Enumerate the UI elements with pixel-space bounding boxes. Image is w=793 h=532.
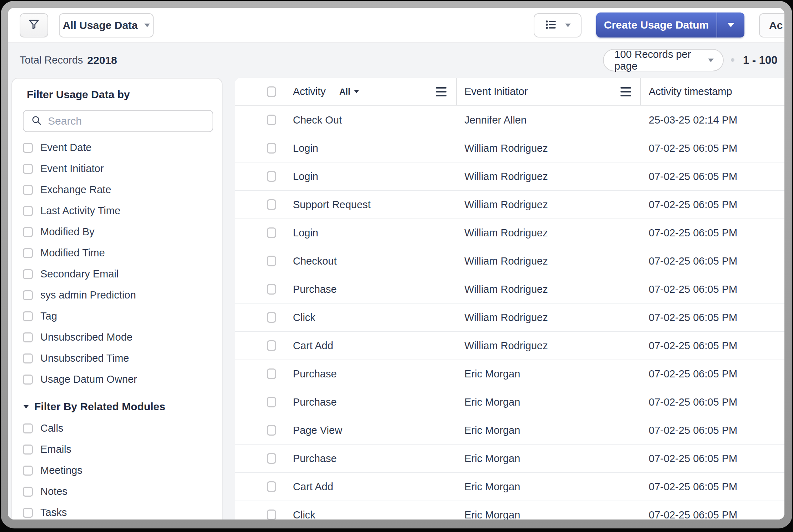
filter-checkbox-item[interactable]: Event Initiator [12,158,222,179]
table-row[interactable]: Purchase Eric Morgan 07-02-25 06:05 PM [235,445,784,473]
cell-timestamp: 07-02-25 06:05 PM [649,134,737,162]
filter-sidebar: Filter Usage Data by Event Date Event In… [11,78,223,520]
table-row[interactable]: Purchase William Rodriguez 07-02-25 06:0… [235,275,784,303]
table-row[interactable]: Purchase Eric Morgan 07-02-25 06:05 PM [235,360,784,388]
checkbox[interactable] [23,185,33,195]
checkbox[interactable] [23,466,33,476]
select-all-checkbox[interactable] [267,86,276,97]
collapse-triangle-icon [24,405,29,408]
checkbox[interactable] [23,508,33,518]
checkbox[interactable] [23,269,33,279]
filter-checkbox-item[interactable]: Meetings [12,460,222,481]
cell-timestamp: 07-02-25 06:05 PM [649,162,737,190]
checkbox[interactable] [23,487,33,497]
row-checkbox[interactable] [267,340,276,351]
checkbox[interactable] [23,164,33,174]
row-checkbox[interactable] [267,227,276,238]
cell-timestamp: 07-02-25 06:05 PM [649,388,737,416]
filter-checkbox-item[interactable]: Modified By [12,221,222,242]
row-checkbox[interactable] [267,143,276,154]
column-menu-icon[interactable] [436,87,447,96]
filter-checkbox-item[interactable]: Secondary Email [12,264,222,285]
table-row[interactable]: Cart Add William Rodriguez 07-02-25 06:0… [235,332,784,360]
sidebar-search [23,110,213,132]
activity-filter-dropdown[interactable]: All [339,78,359,105]
records-per-page-label: 100 Records per page [614,49,708,72]
column-header-activity[interactable]: Activity [293,78,326,105]
create-usage-datum-menu-button[interactable] [717,12,744,37]
checkbox[interactable] [23,290,33,300]
column-menu-icon[interactable] [620,87,631,96]
row-checkbox[interactable] [267,397,276,407]
table-row[interactable]: Support Request William Rodriguez 07-02-… [235,191,784,219]
row-checkbox[interactable] [267,115,276,125]
cell-timestamp: 07-02-25 06:05 PM [649,416,737,444]
cell-initiator: Eric Morgan [464,445,520,472]
table-body: Check Out Jennifer Allen 25-03-25 02:14 … [235,106,784,520]
create-usage-datum-split-button: Create Usage Datum [596,12,744,37]
checkbox[interactable] [23,248,33,258]
filter-checkbox-item[interactable]: Emails [12,439,222,460]
filter-checkbox-item[interactable]: Calls [12,418,222,439]
row-checkbox[interactable] [267,368,276,379]
table-row[interactable]: Login William Rodriguez 07-02-25 06:05 P… [235,134,784,162]
row-checkbox[interactable] [267,256,276,266]
table-row[interactable]: Login William Rodriguez 07-02-25 06:05 P… [235,219,784,247]
filter-checkbox-item[interactable]: Exchange Rate [12,179,222,200]
create-usage-datum-button[interactable]: Create Usage Datum [596,12,717,37]
filter-checkbox-item[interactable]: Unsubscribed Mode [12,327,222,348]
related-modules-header[interactable]: Filter By Related Modules [24,401,222,413]
checkbox[interactable] [23,423,33,433]
row-checkbox[interactable] [267,425,276,436]
filter-checkbox-item[interactable]: Event Date [12,137,222,158]
checkbox[interactable] [23,227,33,237]
checkbox[interactable] [23,353,33,363]
row-checkbox[interactable] [267,510,276,520]
table-row[interactable]: Click William Rodriguez 07-02-25 06:05 P… [235,303,784,332]
checkbox[interactable] [23,311,33,321]
view-style-button[interactable] [534,13,582,37]
row-checkbox[interactable] [267,312,276,323]
column-header-initiator[interactable]: Event Initiator [464,78,528,105]
filter-checkbox-item[interactable]: Last Activity Time [12,200,222,221]
filter-button[interactable] [20,13,48,37]
column-header-timestamp[interactable]: Activity timestamp [649,78,732,105]
checkbox[interactable] [23,206,33,216]
records-per-page-dropdown[interactable]: 100 Records per page [603,49,724,71]
checkbox[interactable] [23,445,33,455]
table-row[interactable]: Checkout William Rodriguez 07-02-25 06:0… [235,247,784,275]
chevron-down-icon [144,24,150,27]
row-checkbox[interactable] [267,284,276,295]
checkbox[interactable] [23,332,33,342]
row-checkbox[interactable] [267,481,276,492]
checkbox[interactable] [23,143,33,153]
checkbox[interactable] [23,375,33,385]
table-row[interactable]: Purchase Eric Morgan 07-02-25 06:05 PM [235,388,784,416]
cell-activity: Click [293,501,315,520]
filter-checkbox-item[interactable]: Modified Time [12,242,222,264]
table-row[interactable]: Page View Eric Morgan 07-02-25 06:05 PM [235,416,784,445]
filter-checkbox-item[interactable]: sys admin Prediction [12,285,222,306]
actions-button[interactable]: Ac [759,13,784,37]
row-checkbox[interactable] [267,453,276,464]
filter-checkbox-item[interactable]: Tasks [12,502,222,520]
filter-checkbox-item[interactable]: Tag [12,306,222,327]
row-checkbox[interactable] [267,171,276,182]
cell-initiator: William Rodriguez [464,134,548,162]
cell-initiator: Jennifer Allen [464,106,527,134]
filter-checkbox-item[interactable]: Usage Datum Owner [12,369,222,390]
table-row[interactable]: Check Out Jennifer Allen 25-03-25 02:14 … [235,106,784,134]
cell-activity: Purchase [293,360,337,388]
filter-label: Event Date [40,142,91,154]
cell-activity: Check Out [293,106,342,134]
row-checkbox[interactable] [267,199,276,210]
cell-initiator: Eric Morgan [464,501,520,520]
filter-checkbox-item[interactable]: Unsubscribed Time [12,348,222,369]
table-row[interactable]: Login William Rodriguez 07-02-25 06:05 P… [235,162,784,191]
cell-activity: Support Request [293,191,371,219]
table-row[interactable]: Click Eric Morgan 07-02-25 06:05 PM [235,501,784,520]
list-view-dropdown[interactable]: All Usage Data [59,13,154,37]
table-row[interactable]: Cart Add Eric Morgan 07-02-25 06:05 PM [235,473,784,501]
search-input[interactable] [47,115,199,127]
filter-checkbox-item[interactable]: Notes [12,481,222,502]
